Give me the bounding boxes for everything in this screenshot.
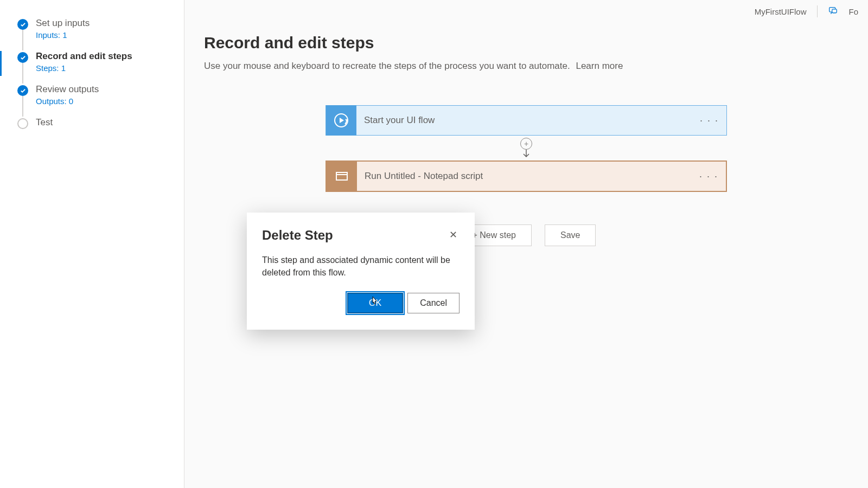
wizard-step-subtitle: Outputs: 0 <box>36 97 99 106</box>
wizard-step-title: Test <box>36 117 53 129</box>
flow-step-label: Run Untitled - Notepad script <box>357 171 483 182</box>
wizard-step-review-outputs[interactable]: Review outputs Outputs: 0 <box>0 78 184 111</box>
feedback-icon[interactable] <box>828 6 838 17</box>
flow-step-label: Start your UI flow <box>356 115 435 126</box>
wizard-step-setup-inputs[interactable]: Set up inputs Inputs: 1 <box>0 12 184 45</box>
plus-icon[interactable]: + <box>520 138 532 150</box>
page-description-text: Use your mouse and keyboard to recreate … <box>204 61 570 71</box>
check-icon <box>17 85 28 96</box>
add-step-connector[interactable]: + <box>520 136 532 160</box>
delete-step-dialog: Delete Step ✕ This step and associated d… <box>247 213 475 330</box>
ellipsis-icon[interactable]: · · · <box>700 115 719 126</box>
save-button[interactable]: Save <box>545 224 596 246</box>
flow-name-label: MyFirstUIFlow <box>755 7 807 16</box>
wizard-step-title: Record and edit steps <box>36 50 132 62</box>
learn-more-link[interactable]: Learn more <box>576 61 623 71</box>
flow-step-script[interactable]: Run Untitled - Notepad script · · · <box>326 160 727 192</box>
ellipsis-icon[interactable]: · · · <box>699 171 718 182</box>
wizard-step-record-edit[interactable]: Record and edit steps Steps: 1 <box>0 45 184 78</box>
dialog-body: This step and associated dynamic content… <box>262 254 459 279</box>
svg-rect-1 <box>832 9 837 13</box>
check-icon <box>17 19 28 30</box>
wizard-step-subtitle: Steps: 1 <box>36 63 132 73</box>
circle-icon <box>17 118 28 129</box>
wizard-step-test[interactable]: Test <box>0 111 184 134</box>
divider <box>817 5 818 17</box>
wizard-step-subtitle: Inputs: 1 <box>36 30 90 40</box>
page-description: Use your mouse and keyboard to recreate … <box>204 61 848 72</box>
svg-rect-3 <box>336 172 347 180</box>
close-icon[interactable]: ✕ <box>447 228 459 242</box>
check-icon <box>17 52 28 63</box>
top-bar: MyFirstUIFlow Fo <box>755 5 858 17</box>
window-icon <box>327 161 357 191</box>
dialog-title: Delete Step <box>262 228 333 243</box>
arrow-down-icon <box>521 149 531 158</box>
ok-button[interactable]: OK <box>347 293 403 313</box>
wizard-step-title: Review outputs <box>36 84 99 95</box>
top-right-cut-label: Fo <box>848 7 858 16</box>
page-title: Record and edit steps <box>204 34 848 52</box>
cancel-button[interactable]: Cancel <box>407 293 459 313</box>
flow-step-start[interactable]: Start your UI flow · · · <box>326 105 727 136</box>
wizard-step-title: Set up inputs <box>36 17 90 29</box>
wizard-sidebar: Set up inputs Inputs: 1 Record and edit … <box>0 0 184 488</box>
play-record-icon <box>326 105 356 136</box>
